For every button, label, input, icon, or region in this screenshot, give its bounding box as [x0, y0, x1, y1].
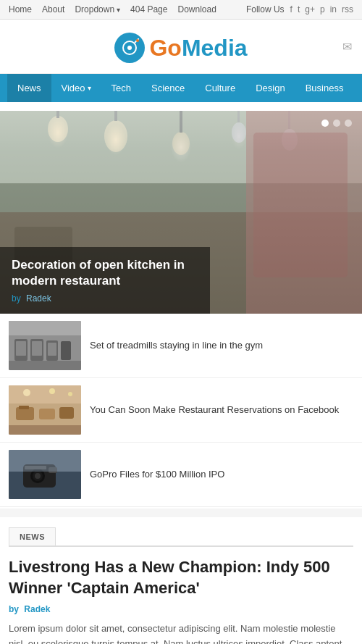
site-header: GoMedia ✉	[0, 20, 362, 74]
svg-rect-22	[9, 321, 81, 335]
svg-rect-11	[180, 111, 182, 133]
svg-rect-50	[9, 450, 81, 472]
site-logo: GoMedia	[9, 33, 353, 63]
slider-dot-1[interactable]	[321, 120, 329, 127]
article-thumb-restaurant	[9, 385, 81, 435]
news-headline: Livestrong Has a New Champion: Indy 500 …	[9, 557, 353, 598]
logo-icon	[114, 33, 145, 63]
article-title-restaurant: You Can Soon Make Restaurant Reservation…	[90, 403, 339, 417]
svg-point-1	[127, 46, 132, 50]
svg-point-39	[49, 388, 55, 394]
svg-point-38	[23, 389, 30, 396]
gym-svg	[9, 321, 81, 370]
news-body: Lorem ipsum dolor sit amet, consectetur …	[9, 622, 353, 644]
svg-point-3	[136, 39, 139, 42]
main-navigation: News Video ▾ Tech Science Culture Design…	[0, 74, 362, 102]
hero-title: Decoration of open kitchen in modern res…	[12, 257, 198, 289]
follow-us-label: Follow Us	[246, 4, 285, 14]
svg-point-47	[35, 473, 41, 479]
restaurant-svg	[9, 385, 81, 435]
slider-dots	[321, 120, 352, 127]
nav-home[interactable]: Home	[9, 4, 32, 14]
hero-slider: Decoration of open kitchen in modern res…	[0, 111, 362, 314]
logo-go: Go	[149, 35, 181, 61]
nav-video[interactable]: Video ▾	[51, 74, 101, 102]
nav-culture[interactable]: Culture	[195, 74, 245, 102]
article-item-gym[interactable]: Set of treadmills staying in line in the…	[0, 314, 362, 378]
svg-point-10	[172, 132, 190, 155]
svg-rect-30	[9, 361, 81, 370]
svg-rect-7	[56, 111, 59, 118]
top-nav-links: Home About Dropdown ▾ 404 Page Download	[9, 4, 216, 14]
nav-news[interactable]: News	[7, 74, 51, 102]
facebook-icon[interactable]: f	[290, 4, 292, 14]
svg-rect-37	[59, 407, 74, 419]
hero-overlay: Decoration of open kitchen in modern res…	[0, 247, 210, 314]
hero-author: by Radek	[12, 293, 198, 304]
logo-media: Media	[182, 35, 248, 61]
svg-point-8	[104, 120, 127, 152]
article-list: Set of treadmills staying in line in the…	[0, 314, 362, 507]
svg-rect-36	[39, 409, 55, 419]
nav-404[interactable]: 404 Page	[130, 4, 167, 14]
article-item-gopro[interactable]: GoPro Files for $100 Million IPO	[0, 443, 362, 507]
gopro-image	[9, 450, 81, 499]
top-nav-right: Follow Us f t g+ p in rss	[246, 4, 353, 14]
twitter-icon[interactable]: t	[298, 4, 300, 14]
svg-rect-26	[32, 341, 42, 356]
nav-tech[interactable]: Tech	[101, 74, 141, 102]
svg-rect-35	[23, 406, 29, 409]
svg-point-40	[68, 392, 72, 396]
svg-point-12	[232, 122, 246, 143]
slider-dot-3[interactable]	[345, 120, 352, 127]
top-navigation: Home About Dropdown ▾ 404 Page Download …	[0, 0, 362, 20]
gym-image	[9, 321, 81, 370]
svg-rect-24	[16, 341, 26, 356]
nav-business[interactable]: Business	[295, 74, 354, 102]
logo-svg	[120, 38, 139, 57]
article-thumb-gopro	[9, 450, 81, 499]
svg-point-6	[48, 116, 68, 142]
news-section: NEWS Livestrong Has a New Champion: Indy…	[0, 517, 362, 644]
restaurant-image	[9, 385, 81, 435]
nav-design[interactable]: Design	[245, 74, 295, 102]
rss-icon[interactable]: rss	[342, 4, 353, 14]
news-author[interactable]: Radek	[24, 604, 50, 614]
linkedin-icon[interactable]: in	[330, 4, 337, 14]
news-content: Livestrong Has a New Champion: Indy 500 …	[9, 545, 353, 644]
article-item-restaurant[interactable]: You Can Soon Make Restaurant Reservation…	[0, 378, 362, 443]
nav-download[interactable]: Download	[177, 4, 216, 14]
svg-rect-41	[9, 425, 81, 435]
svg-rect-9	[114, 111, 117, 121]
svg-rect-20	[253, 133, 348, 277]
email-icon[interactable]: ✉	[342, 40, 352, 54]
article-thumb-gym	[9, 321, 81, 370]
googleplus-icon[interactable]: g+	[305, 4, 315, 14]
slider-dot-2[interactable]	[333, 120, 340, 127]
nav-dropdown[interactable]: Dropdown ▾	[75, 4, 120, 14]
svg-rect-13	[237, 111, 240, 122]
news-byline: by Radek	[9, 604, 353, 614]
article-title-gym: Set of treadmills staying in line in the…	[90, 339, 263, 352]
social-icons: f t g+ p in rss	[290, 4, 353, 14]
gopro-svg	[9, 450, 81, 499]
news-tab[interactable]: NEWS	[9, 527, 56, 545]
video-dropdown-arrow-icon: ▾	[88, 84, 91, 92]
nav-science[interactable]: Science	[141, 74, 195, 102]
section-separator	[0, 509, 362, 517]
hero-author-name: Radek	[26, 293, 51, 304]
svg-rect-29	[61, 341, 71, 360]
nav-about[interactable]: About	[42, 4, 64, 14]
article-title-gopro: GoPro Files for $100 Million IPO	[90, 468, 224, 481]
logo-text: GoMedia	[149, 35, 247, 62]
pinterest-icon[interactable]: p	[320, 4, 325, 14]
dropdown-arrow-icon: ▾	[117, 6, 120, 14]
svg-rect-28	[48, 343, 56, 356]
